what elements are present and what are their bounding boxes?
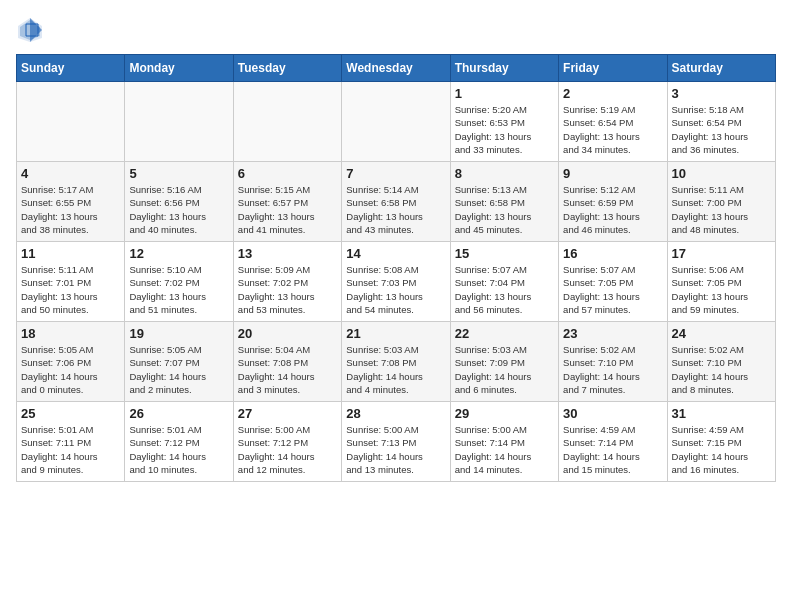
calendar-cell: 28Sunrise: 5:00 AM Sunset: 7:13 PM Dayli… [342, 402, 450, 482]
calendar-cell: 14Sunrise: 5:08 AM Sunset: 7:03 PM Dayli… [342, 242, 450, 322]
day-info: Sunrise: 5:20 AM Sunset: 6:53 PM Dayligh… [455, 103, 554, 156]
weekday-header-saturday: Saturday [667, 55, 775, 82]
calendar-cell: 3Sunrise: 5:18 AM Sunset: 6:54 PM Daylig… [667, 82, 775, 162]
calendar-cell: 21Sunrise: 5:03 AM Sunset: 7:08 PM Dayli… [342, 322, 450, 402]
weekday-header-friday: Friday [559, 55, 667, 82]
day-number: 25 [21, 406, 120, 421]
calendar-cell: 22Sunrise: 5:03 AM Sunset: 7:09 PM Dayli… [450, 322, 558, 402]
calendar-cell: 13Sunrise: 5:09 AM Sunset: 7:02 PM Dayli… [233, 242, 341, 322]
weekday-header-wednesday: Wednesday [342, 55, 450, 82]
day-info: Sunrise: 5:06 AM Sunset: 7:05 PM Dayligh… [672, 263, 771, 316]
day-info: Sunrise: 5:02 AM Sunset: 7:10 PM Dayligh… [672, 343, 771, 396]
day-number: 13 [238, 246, 337, 261]
day-number: 9 [563, 166, 662, 181]
calendar-cell: 18Sunrise: 5:05 AM Sunset: 7:06 PM Dayli… [17, 322, 125, 402]
day-number: 26 [129, 406, 228, 421]
day-info: Sunrise: 5:12 AM Sunset: 6:59 PM Dayligh… [563, 183, 662, 236]
day-info: Sunrise: 5:04 AM Sunset: 7:08 PM Dayligh… [238, 343, 337, 396]
day-info: Sunrise: 4:59 AM Sunset: 7:15 PM Dayligh… [672, 423, 771, 476]
day-info: Sunrise: 5:05 AM Sunset: 7:06 PM Dayligh… [21, 343, 120, 396]
day-number: 17 [672, 246, 771, 261]
calendar-cell [342, 82, 450, 162]
calendar-cell [17, 82, 125, 162]
calendar-week-5: 25Sunrise: 5:01 AM Sunset: 7:11 PM Dayli… [17, 402, 776, 482]
day-info: Sunrise: 5:10 AM Sunset: 7:02 PM Dayligh… [129, 263, 228, 316]
day-info: Sunrise: 5:05 AM Sunset: 7:07 PM Dayligh… [129, 343, 228, 396]
weekday-header-row: SundayMondayTuesdayWednesdayThursdayFrid… [17, 55, 776, 82]
day-info: Sunrise: 5:13 AM Sunset: 6:58 PM Dayligh… [455, 183, 554, 236]
day-info: Sunrise: 5:01 AM Sunset: 7:12 PM Dayligh… [129, 423, 228, 476]
day-info: Sunrise: 5:02 AM Sunset: 7:10 PM Dayligh… [563, 343, 662, 396]
day-info: Sunrise: 5:08 AM Sunset: 7:03 PM Dayligh… [346, 263, 445, 316]
calendar-body: 1Sunrise: 5:20 AM Sunset: 6:53 PM Daylig… [17, 82, 776, 482]
calendar-cell: 1Sunrise: 5:20 AM Sunset: 6:53 PM Daylig… [450, 82, 558, 162]
calendar-cell: 29Sunrise: 5:00 AM Sunset: 7:14 PM Dayli… [450, 402, 558, 482]
calendar-cell: 25Sunrise: 5:01 AM Sunset: 7:11 PM Dayli… [17, 402, 125, 482]
calendar-cell: 31Sunrise: 4:59 AM Sunset: 7:15 PM Dayli… [667, 402, 775, 482]
day-info: Sunrise: 5:09 AM Sunset: 7:02 PM Dayligh… [238, 263, 337, 316]
calendar-cell: 19Sunrise: 5:05 AM Sunset: 7:07 PM Dayli… [125, 322, 233, 402]
calendar-week-1: 1Sunrise: 5:20 AM Sunset: 6:53 PM Daylig… [17, 82, 776, 162]
calendar-cell: 2Sunrise: 5:19 AM Sunset: 6:54 PM Daylig… [559, 82, 667, 162]
day-info: Sunrise: 4:59 AM Sunset: 7:14 PM Dayligh… [563, 423, 662, 476]
calendar-cell: 27Sunrise: 5:00 AM Sunset: 7:12 PM Dayli… [233, 402, 341, 482]
calendar-cell [233, 82, 341, 162]
calendar-week-4: 18Sunrise: 5:05 AM Sunset: 7:06 PM Dayli… [17, 322, 776, 402]
calendar-cell: 7Sunrise: 5:14 AM Sunset: 6:58 PM Daylig… [342, 162, 450, 242]
day-number: 21 [346, 326, 445, 341]
day-info: Sunrise: 5:17 AM Sunset: 6:55 PM Dayligh… [21, 183, 120, 236]
calendar-cell: 12Sunrise: 5:10 AM Sunset: 7:02 PM Dayli… [125, 242, 233, 322]
day-number: 15 [455, 246, 554, 261]
day-number: 24 [672, 326, 771, 341]
calendar-cell: 17Sunrise: 5:06 AM Sunset: 7:05 PM Dayli… [667, 242, 775, 322]
day-info: Sunrise: 5:03 AM Sunset: 7:09 PM Dayligh… [455, 343, 554, 396]
day-number: 22 [455, 326, 554, 341]
calendar-cell: 16Sunrise: 5:07 AM Sunset: 7:05 PM Dayli… [559, 242, 667, 322]
day-number: 28 [346, 406, 445, 421]
day-number: 16 [563, 246, 662, 261]
calendar-cell: 23Sunrise: 5:02 AM Sunset: 7:10 PM Dayli… [559, 322, 667, 402]
day-number: 10 [672, 166, 771, 181]
weekday-header-sunday: Sunday [17, 55, 125, 82]
day-number: 19 [129, 326, 228, 341]
day-number: 27 [238, 406, 337, 421]
calendar-week-3: 11Sunrise: 5:11 AM Sunset: 7:01 PM Dayli… [17, 242, 776, 322]
weekday-header-thursday: Thursday [450, 55, 558, 82]
day-number: 7 [346, 166, 445, 181]
calendar-cell: 24Sunrise: 5:02 AM Sunset: 7:10 PM Dayli… [667, 322, 775, 402]
day-number: 20 [238, 326, 337, 341]
day-info: Sunrise: 5:00 AM Sunset: 7:12 PM Dayligh… [238, 423, 337, 476]
calendar-cell: 20Sunrise: 5:04 AM Sunset: 7:08 PM Dayli… [233, 322, 341, 402]
day-number: 18 [21, 326, 120, 341]
weekday-header-tuesday: Tuesday [233, 55, 341, 82]
day-number: 14 [346, 246, 445, 261]
day-number: 6 [238, 166, 337, 181]
calendar-cell: 6Sunrise: 5:15 AM Sunset: 6:57 PM Daylig… [233, 162, 341, 242]
logo-icon [16, 16, 44, 44]
day-number: 1 [455, 86, 554, 101]
day-info: Sunrise: 5:15 AM Sunset: 6:57 PM Dayligh… [238, 183, 337, 236]
page-header [16, 16, 776, 44]
day-info: Sunrise: 5:11 AM Sunset: 7:00 PM Dayligh… [672, 183, 771, 236]
day-number: 8 [455, 166, 554, 181]
day-info: Sunrise: 5:00 AM Sunset: 7:14 PM Dayligh… [455, 423, 554, 476]
calendar-table: SundayMondayTuesdayWednesdayThursdayFrid… [16, 54, 776, 482]
day-number: 30 [563, 406, 662, 421]
day-number: 2 [563, 86, 662, 101]
day-info: Sunrise: 5:00 AM Sunset: 7:13 PM Dayligh… [346, 423, 445, 476]
day-number: 5 [129, 166, 228, 181]
calendar-cell: 9Sunrise: 5:12 AM Sunset: 6:59 PM Daylig… [559, 162, 667, 242]
day-number: 29 [455, 406, 554, 421]
day-info: Sunrise: 5:01 AM Sunset: 7:11 PM Dayligh… [21, 423, 120, 476]
calendar-header: SundayMondayTuesdayWednesdayThursdayFrid… [17, 55, 776, 82]
calendar-cell: 30Sunrise: 4:59 AM Sunset: 7:14 PM Dayli… [559, 402, 667, 482]
logo [16, 16, 48, 44]
calendar-cell: 10Sunrise: 5:11 AM Sunset: 7:00 PM Dayli… [667, 162, 775, 242]
day-info: Sunrise: 5:19 AM Sunset: 6:54 PM Dayligh… [563, 103, 662, 156]
day-info: Sunrise: 5:18 AM Sunset: 6:54 PM Dayligh… [672, 103, 771, 156]
day-info: Sunrise: 5:16 AM Sunset: 6:56 PM Dayligh… [129, 183, 228, 236]
day-info: Sunrise: 5:14 AM Sunset: 6:58 PM Dayligh… [346, 183, 445, 236]
calendar-cell: 4Sunrise: 5:17 AM Sunset: 6:55 PM Daylig… [17, 162, 125, 242]
day-number: 11 [21, 246, 120, 261]
calendar-cell: 26Sunrise: 5:01 AM Sunset: 7:12 PM Dayli… [125, 402, 233, 482]
